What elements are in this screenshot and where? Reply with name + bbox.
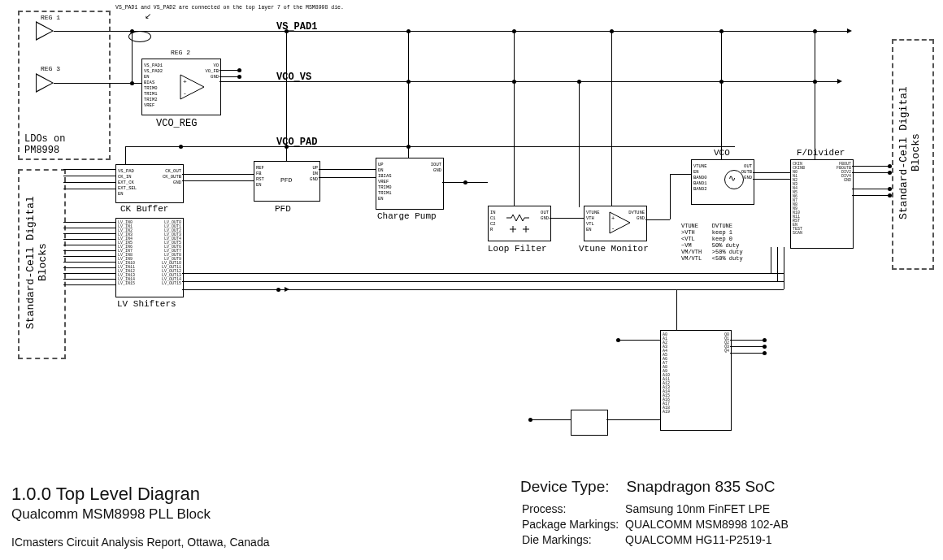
report-source: ICmasters Circuit Analysis Report, Ottaw…	[11, 536, 467, 549]
vco-label: VCO	[714, 148, 730, 158]
rc-filter-icon	[505, 213, 537, 234]
right-digital-label: Standard-Cell Digital Blocks	[897, 72, 922, 234]
package-value: QUALCOMM MSM8998 102-AB	[625, 518, 793, 532]
wire-vco-vs	[219, 81, 837, 82]
process-label: Process:	[522, 502, 624, 516]
vtune-table: VTUNE DVTUNE >VTH keep 1 <VTL keep 0 ~VM…	[681, 223, 743, 262]
ck-buffer-label: CK Buffer	[120, 204, 168, 214]
ldo-box-label: LDOs on PM8998	[24, 133, 65, 156]
net-vco-pad: VCO_PAD	[276, 137, 317, 148]
device-type-label: Device Type:	[520, 478, 609, 495]
vtune-monitor-label: Vtune Monitor	[579, 244, 649, 254]
lv-bus	[63, 222, 115, 290]
device-info-block: Device Type: Snapdragon 835 SoC Process:…	[520, 478, 927, 549]
section-title: 1.0.0 Top Level Diagran	[11, 484, 467, 505]
charge-pump-block: UPDNIBIASVREFTRIM0TRIM1EN IOUTGND	[376, 158, 444, 210]
vco-reg-label: VCO_REG	[156, 118, 197, 129]
vco-block: VTUNEENBAND0BAND1BAND2 OUTOUTBGND ∿	[691, 159, 754, 205]
arrow-icon	[847, 28, 852, 33]
lv-shifters-block: LV_IN0LV_IN1LV_IN2LV_IN3LV_IN4LV_IN5LV_I…	[115, 218, 184, 297]
vtune-monitor-block: VTUNEVTHVTLEN DVTUNEGND +-	[584, 206, 647, 241]
pfd-label: PFD	[275, 204, 291, 214]
reg2-label: REG 2	[171, 49, 190, 56]
wire-reg3	[54, 83, 141, 84]
pfd-block: REFFBRSTEN UPDNGND PFD	[254, 161, 320, 202]
schematic-canvas: VS_PAD1 and VS_PAD2 are connected on the…	[10, 7, 933, 454]
package-label: Package Markings:	[522, 518, 624, 532]
title-block: 1.0.0 Top Level Diagran Qualcomm MSM8998…	[11, 484, 467, 549]
reg1-amp-icon	[36, 21, 54, 41]
left-digital-label: Standard-Cell Digital Blocks	[24, 193, 49, 332]
fdivider-block: CKINCKINBN0N1N2N3N4N5N6N7N8N9N10N11RSTEN…	[790, 159, 854, 249]
opamp-icon: +-	[180, 74, 212, 102]
svg-text:-: -	[183, 89, 187, 97]
die-label: Die Markings:	[522, 533, 624, 547]
svg-text:-: -	[611, 225, 615, 232]
svg-text:+: +	[611, 215, 615, 222]
loop-filter-label: Loop Filter	[488, 244, 547, 254]
lv-shifters-label: LV Shifters	[117, 299, 176, 309]
device-type-value: Snapdragon 835 SoC	[627, 478, 776, 495]
net-vs-pad1: VS_PAD1	[276, 21, 317, 33]
arrow-icon	[837, 79, 842, 84]
reg1-label: REG 1	[41, 14, 60, 21]
section-subtitle: Qualcomm MSM8998 PLL Block	[11, 506, 467, 523]
reg3-amp-icon	[36, 73, 54, 93]
vco-reg-block: VS_PAD1VS_PAD2ENBIASTRIM0TRIM1TRIM2VREF …	[141, 59, 221, 115]
opamp-icon: +-	[609, 211, 637, 236]
ck-buffer-block: VS_PADCK_INEXT_CKEXT_SELEN CK_OUTCK_OUTB…	[115, 164, 184, 203]
sinewave-icon: ∿	[728, 173, 736, 184]
note-arrow: ↙	[145, 11, 151, 20]
loop-filter-block: INC1C2R OUTGND	[488, 206, 551, 241]
reg3-label: REG 3	[41, 65, 60, 72]
charge-pump-label: Charge Pump	[377, 211, 437, 221]
die-value: QUALCOMM HG11-P2519-1	[625, 533, 793, 547]
svg-text:+: +	[183, 78, 187, 85]
top-layer-note: VS_PAD1 and VS_PAD2 are connected on the…	[115, 5, 344, 11]
net-vco-vs: VCO_VS	[276, 72, 311, 83]
aux-block-small	[571, 410, 608, 436]
wire-vco-pad	[125, 146, 735, 147]
process-value: Samsung 10nm FinFET LPE	[625, 502, 793, 516]
aux-block-large: A0A1A2A3A4A5A6A7A8A9A10A11A12A13A14A15A1…	[660, 330, 732, 431]
fdivider-label: F/Divider	[797, 148, 845, 158]
wire-vs-pad1	[54, 31, 847, 32]
